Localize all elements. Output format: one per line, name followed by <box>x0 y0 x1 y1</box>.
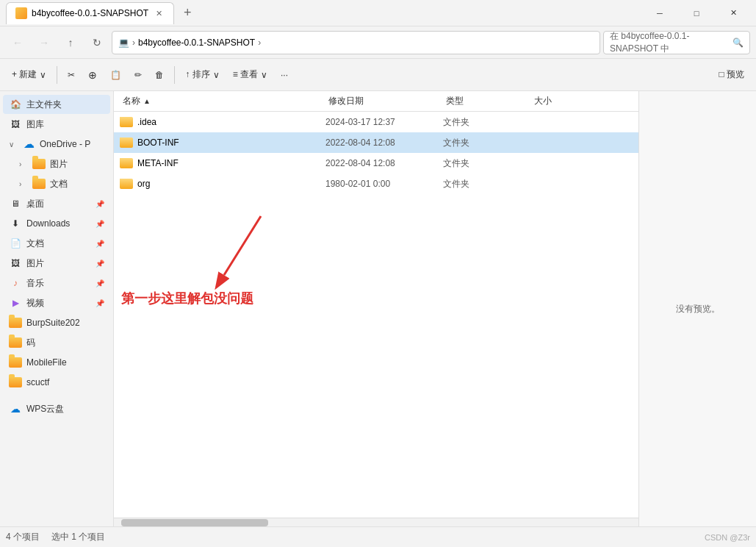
sidebar-item-onedrive[interactable]: ∨ ☁ OneDrive - P <box>3 135 110 154</box>
sidebar-label-docs: 文档 <box>50 178 68 190</box>
sidebar-item-scu[interactable]: scuctf <box>3 373 110 392</box>
sort-arrow: ∨ <box>213 70 220 80</box>
maximize-button[interactable]: □ <box>680 2 713 24</box>
tab-list: b4bycoffee-0.0.1-SNAPSHOT ✕ + <box>6 2 198 24</box>
search-placeholder: 在 b4bycoffee-0.0.1-SNAPSHOT 中 <box>610 30 730 55</box>
view-arrow: ∨ <box>261 70 267 80</box>
file-name-org: org <box>120 179 325 189</box>
sidebar-label-documents: 文档 <box>26 237 44 250</box>
col-name-sort-icon: ▲ <box>143 97 151 105</box>
preview-button[interactable]: □ 预览 <box>713 63 750 87</box>
delete-icon: 🗑 <box>155 70 164 80</box>
sidebar-item-code[interactable]: 码 <box>3 333 110 352</box>
pin-icon-music: 📌 <box>96 279 104 287</box>
expand-arrow-docs: › <box>19 180 28 188</box>
tab-folder-icon <box>15 7 27 19</box>
more-button[interactable]: ··· <box>275 63 294 87</box>
file-date-org: 1980-02-01 0:00 <box>325 179 443 189</box>
breadcrumb-computer-icon: 💻 <box>118 37 129 48</box>
expand-arrow-pictures: › <box>19 160 28 168</box>
sidebar-label-mobile: MobileFile <box>26 357 67 368</box>
view-button[interactable]: ≡ 查看 ∨ <box>227 63 273 87</box>
desktop-icon: 🖥 <box>9 197 22 210</box>
code-folder-icon <box>9 336 22 349</box>
sidebar-label-wps: WPS云盘 <box>26 403 64 415</box>
sidebar-label-pictures: 图片 <box>50 158 68 171</box>
file-type-meta: 文件夹 <box>443 157 531 170</box>
sidebar-item-home[interactable]: 🏠 主文件夹 <box>3 95 110 114</box>
file-label-idea: .idea <box>137 117 156 127</box>
address-bar: ← → ↑ ↻ 💻 › b4bycoffee-0.0.1-SNAPSHOT › … <box>0 26 756 59</box>
pin-icon-downloads: 📌 <box>96 220 104 228</box>
tab-active[interactable]: b4bycoffee-0.0.1-SNAPSHOT ✕ <box>6 2 174 24</box>
refresh-button[interactable]: ↻ <box>85 31 109 54</box>
minimize-button[interactable]: ─ <box>643 2 677 24</box>
sidebar-item-desktop[interactable]: 🖥 桌面 📌 <box>3 194 110 213</box>
gallery-icon: 🖼 <box>9 118 22 131</box>
pin-icon-piclib: 📌 <box>96 260 104 268</box>
col-header-date[interactable]: 修改日期 <box>325 91 443 111</box>
up-button[interactable]: ↑ <box>59 31 82 54</box>
new-button[interactable]: + 新建 ∨ <box>6 63 52 87</box>
file-row-meta[interactable]: META-INF 2022-08-04 12:08 文件夹 <box>114 153 638 174</box>
col-header-size[interactable]: 大小 <box>531 91 590 111</box>
folder-icon-meta <box>120 158 133 168</box>
file-label-boot: BOOT-INF <box>137 137 179 148</box>
main-layout: 🏠 主文件夹 🖼 图库 ∨ ☁ OneDrive - P › 图片 › 文档 <box>0 91 756 526</box>
sidebar-item-wps[interactable]: ☁ WPS云盘 <box>3 399 110 418</box>
annotation-text: 第一步这里解包没问题 <box>121 290 253 307</box>
sidebar-item-images[interactable]: 🖼 图库 <box>3 115 110 134</box>
file-label-org: org <box>137 179 150 189</box>
sidebar-item-mobile[interactable]: MobileFile <box>3 353 110 372</box>
breadcrumb-sep-1: › <box>132 37 135 48</box>
tab-close-button[interactable]: ✕ <box>153 7 165 19</box>
onedrive-icon: ☁ <box>22 137 35 151</box>
mobile-folder-icon <box>9 356 22 369</box>
sidebar-label-onedrive: OneDrive - P <box>40 139 90 149</box>
copy-icon: ⊕ <box>88 69 97 81</box>
back-button[interactable]: ← <box>6 31 29 54</box>
sidebar-label-music: 音乐 <box>26 277 44 290</box>
sidebar-item-videos[interactable]: ▶ 视频 📌 <box>3 293 110 312</box>
sidebar-label-burp: BurpSuite202 <box>26 318 80 328</box>
file-row[interactable]: .idea 2024-03-17 12:37 文件夹 <box>114 112 638 132</box>
delete-button[interactable]: 🗑 <box>149 63 170 87</box>
scroll-thumb[interactable] <box>121 519 268 526</box>
search-box[interactable]: 在 b4bycoffee-0.0.1-SNAPSHOT 中 🔍 <box>603 31 750 54</box>
sidebar-item-docs[interactable]: › 文档 <box>3 174 110 193</box>
col-header-type[interactable]: 类型 <box>443 91 531 111</box>
paste-button[interactable]: 📋 <box>104 63 127 87</box>
preview-label: □ 预览 <box>719 68 744 81</box>
no-preview-text: 没有预览。 <box>676 303 720 315</box>
cut-icon: ✂ <box>68 70 75 80</box>
pin-icon-documents: 📌 <box>96 240 104 248</box>
col-date-label: 修改日期 <box>328 95 364 107</box>
sidebar-item-music[interactable]: ♪ 音乐 📌 <box>3 274 110 293</box>
horizontal-scrollbar[interactable] <box>114 518 638 526</box>
sort-button[interactable]: ↑ 排序 ∨ <box>179 63 225 87</box>
sidebar-label-home: 主文件夹 <box>26 99 62 111</box>
item-count: 4 个项目 <box>6 531 40 543</box>
sidebar-item-burp[interactable]: BurpSuite202 <box>3 313 110 332</box>
rename-button[interactable]: ✏ <box>129 63 148 87</box>
col-name-label: 名称 <box>123 95 140 107</box>
file-row-selected[interactable]: BOOT-INF 2022-08-04 12:08 文件夹 <box>114 132 638 153</box>
forward-button[interactable]: → <box>32 31 56 54</box>
music-icon: ♪ <box>9 276 22 290</box>
new-tab-button[interactable]: + <box>177 3 198 24</box>
copy-button[interactable]: ⊕ <box>82 63 103 87</box>
sidebar-item-downloads[interactable]: ⬇ Downloads 📌 <box>3 214 110 233</box>
file-label-meta: META-INF <box>137 158 179 168</box>
documents-icon: 📄 <box>9 237 22 250</box>
pin-icon-desktop: 📌 <box>96 200 104 208</box>
sidebar-item-documents[interactable]: 📄 文档 📌 <box>3 234 110 253</box>
sidebar-item-piclib[interactable]: 🖼 图片 📌 <box>3 254 110 273</box>
breadcrumb[interactable]: 💻 › b4bycoffee-0.0.1-SNAPSHOT › <box>112 31 600 54</box>
cut-button[interactable]: ✂ <box>62 63 81 87</box>
file-row-org[interactable]: org 1980-02-01 0:00 文件夹 <box>114 174 638 194</box>
sidebar-item-pictures[interactable]: › 图片 <box>3 154 110 174</box>
sidebar-label-piclib: 图片 <box>26 257 44 270</box>
close-button[interactable]: ✕ <box>716 2 750 24</box>
col-header-name[interactable]: 名称 ▲ <box>120 91 325 111</box>
more-icon: ··· <box>281 70 288 80</box>
